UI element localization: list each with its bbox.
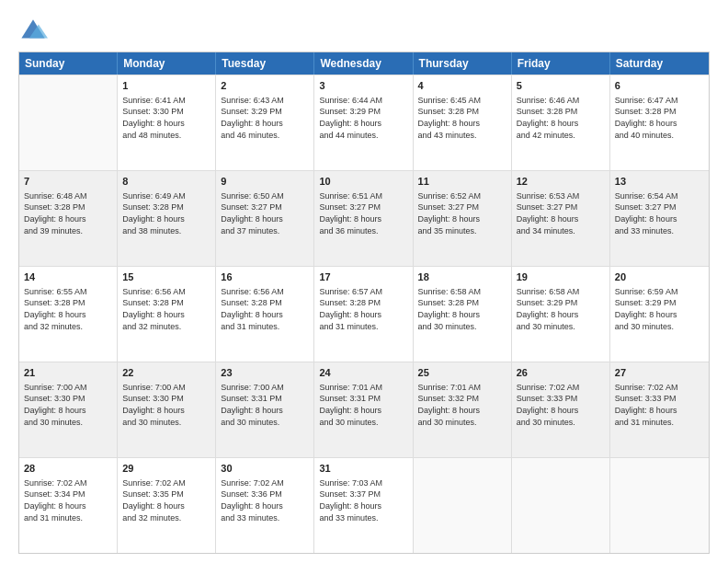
calendar-cell: 20Sunrise: 6:59 AM Sunset: 3:29 PM Dayli… [610,267,709,362]
day-number: 26 [517,366,605,380]
header-day-thursday: Thursday [414,52,512,75]
day-number: 1 [122,79,210,93]
calendar-cell: 6Sunrise: 6:47 AM Sunset: 3:28 PM Daylig… [610,75,709,170]
header-day-saturday: Saturday [610,52,709,75]
day-number: 4 [418,79,506,93]
calendar-row: 28Sunrise: 7:02 AM Sunset: 3:34 PM Dayli… [19,457,709,553]
day-number: 6 [615,79,704,93]
cell-info: Sunrise: 7:00 AM Sunset: 3:30 PM Dayligh… [122,382,210,428]
header-day-sunday: Sunday [19,52,118,75]
cell-info: Sunrise: 6:54 AM Sunset: 3:27 PM Dayligh… [615,190,704,236]
calendar-cell: 22Sunrise: 7:00 AM Sunset: 3:30 PM Dayli… [118,362,216,457]
calendar-cell: 24Sunrise: 7:01 AM Sunset: 3:31 PM Dayli… [314,362,413,457]
calendar-cell: 1Sunrise: 6:41 AM Sunset: 3:30 PM Daylig… [118,75,216,170]
cell-info: Sunrise: 6:43 AM Sunset: 3:29 PM Dayligh… [221,95,309,141]
day-number: 16 [221,270,309,284]
calendar-cell: 21Sunrise: 7:00 AM Sunset: 3:30 PM Dayli… [19,362,118,457]
cell-info: Sunrise: 6:46 AM Sunset: 3:28 PM Dayligh… [517,95,605,141]
calendar-row: 7Sunrise: 6:48 AM Sunset: 3:28 PM Daylig… [19,170,709,266]
day-number: 7 [24,175,112,189]
calendar-cell: 27Sunrise: 7:02 AM Sunset: 3:33 PM Dayli… [610,362,709,457]
calendar-cell: 9Sunrise: 6:50 AM Sunset: 3:27 PM Daylig… [216,171,314,266]
cell-info: Sunrise: 7:02 AM Sunset: 3:36 PM Dayligh… [221,477,309,523]
calendar-cell [512,458,610,553]
cell-info: Sunrise: 6:52 AM Sunset: 3:27 PM Dayligh… [418,190,506,236]
cell-info: Sunrise: 6:44 AM Sunset: 3:29 PM Dayligh… [319,95,407,141]
day-number: 17 [319,270,407,284]
cell-info: Sunrise: 7:03 AM Sunset: 3:37 PM Dayligh… [319,477,407,523]
header-day-tuesday: Tuesday [216,52,314,75]
cell-info: Sunrise: 7:01 AM Sunset: 3:32 PM Dayligh… [418,382,506,428]
calendar-cell: 31Sunrise: 7:03 AM Sunset: 3:37 PM Dayli… [314,458,413,553]
day-number: 5 [517,79,605,93]
cell-info: Sunrise: 6:57 AM Sunset: 3:28 PM Dayligh… [319,286,407,332]
day-number: 29 [122,462,210,476]
day-number: 3 [319,79,407,93]
cell-info: Sunrise: 7:00 AM Sunset: 3:30 PM Dayligh… [24,382,112,428]
calendar-cell: 8Sunrise: 6:49 AM Sunset: 3:28 PM Daylig… [118,171,216,266]
header [18,17,710,46]
day-number: 8 [122,175,210,189]
calendar-cell: 28Sunrise: 7:02 AM Sunset: 3:34 PM Dayli… [19,458,118,553]
day-number: 18 [418,270,506,284]
calendar-cell: 14Sunrise: 6:55 AM Sunset: 3:28 PM Dayli… [19,267,118,362]
cell-info: Sunrise: 6:50 AM Sunset: 3:27 PM Dayligh… [221,190,309,236]
day-number: 30 [221,462,309,476]
calendar-cell: 12Sunrise: 6:53 AM Sunset: 3:27 PM Dayli… [512,171,610,266]
header-day-monday: Monday [118,52,216,75]
calendar-cell: 30Sunrise: 7:02 AM Sunset: 3:36 PM Dayli… [216,458,314,553]
calendar-cell: 19Sunrise: 6:58 AM Sunset: 3:29 PM Dayli… [512,267,610,362]
day-number: 22 [122,366,210,380]
cell-info: Sunrise: 6:58 AM Sunset: 3:29 PM Dayligh… [517,286,605,332]
day-number: 2 [221,79,309,93]
calendar-cell [19,75,118,170]
calendar-cell: 2Sunrise: 6:43 AM Sunset: 3:29 PM Daylig… [216,75,314,170]
calendar-cell: 16Sunrise: 6:56 AM Sunset: 3:28 PM Dayli… [216,267,314,362]
cell-info: Sunrise: 7:01 AM Sunset: 3:31 PM Dayligh… [319,382,407,428]
logo-icon [18,17,48,46]
calendar-cell: 25Sunrise: 7:01 AM Sunset: 3:32 PM Dayli… [414,362,512,457]
calendar-row: 1Sunrise: 6:41 AM Sunset: 3:30 PM Daylig… [19,75,709,170]
day-number: 13 [615,175,704,189]
cell-info: Sunrise: 6:56 AM Sunset: 3:28 PM Dayligh… [221,286,309,332]
cell-info: Sunrise: 7:02 AM Sunset: 3:33 PM Dayligh… [615,382,704,428]
day-number: 28 [24,462,112,476]
calendar-cell [414,458,512,553]
header-day-wednesday: Wednesday [314,52,413,75]
cell-info: Sunrise: 7:02 AM Sunset: 3:35 PM Dayligh… [122,477,210,523]
day-number: 12 [517,175,605,189]
cell-info: Sunrise: 6:59 AM Sunset: 3:29 PM Dayligh… [615,286,704,332]
calendar-cell: 4Sunrise: 6:45 AM Sunset: 3:28 PM Daylig… [414,75,512,170]
day-number: 23 [221,366,309,380]
calendar-cell [610,458,709,553]
day-number: 25 [418,366,506,380]
calendar-cell: 7Sunrise: 6:48 AM Sunset: 3:28 PM Daylig… [19,171,118,266]
calendar-cell: 10Sunrise: 6:51 AM Sunset: 3:27 PM Dayli… [314,171,413,266]
day-number: 10 [319,175,407,189]
calendar-cell: 13Sunrise: 6:54 AM Sunset: 3:27 PM Dayli… [610,171,709,266]
day-number: 27 [615,366,704,380]
cell-info: Sunrise: 6:53 AM Sunset: 3:27 PM Dayligh… [517,190,605,236]
cell-info: Sunrise: 6:49 AM Sunset: 3:28 PM Dayligh… [122,190,210,236]
day-number: 21 [24,366,112,380]
calendar-header: SundayMondayTuesdayWednesdayThursdayFrid… [19,52,709,75]
page: SundayMondayTuesdayWednesdayThursdayFrid… [0,0,728,563]
cell-info: Sunrise: 6:41 AM Sunset: 3:30 PM Dayligh… [122,95,210,141]
cell-info: Sunrise: 7:02 AM Sunset: 3:34 PM Dayligh… [24,477,112,523]
day-number: 14 [24,270,112,284]
day-number: 15 [122,270,210,284]
cell-info: Sunrise: 6:51 AM Sunset: 3:27 PM Dayligh… [319,190,407,236]
logo [18,17,51,46]
cell-info: Sunrise: 7:02 AM Sunset: 3:33 PM Dayligh… [517,382,605,428]
calendar-cell: 3Sunrise: 6:44 AM Sunset: 3:29 PM Daylig… [314,75,413,170]
day-number: 24 [319,366,407,380]
cell-info: Sunrise: 6:58 AM Sunset: 3:28 PM Dayligh… [418,286,506,332]
calendar-cell: 11Sunrise: 6:52 AM Sunset: 3:27 PM Dayli… [414,171,512,266]
day-number: 19 [517,270,605,284]
calendar-cell: 15Sunrise: 6:56 AM Sunset: 3:28 PM Dayli… [118,267,216,362]
calendar-body: 1Sunrise: 6:41 AM Sunset: 3:30 PM Daylig… [19,75,709,553]
cell-info: Sunrise: 6:45 AM Sunset: 3:28 PM Dayligh… [418,95,506,141]
calendar-row: 14Sunrise: 6:55 AM Sunset: 3:28 PM Dayli… [19,266,709,362]
day-number: 31 [319,462,407,476]
calendar-cell: 26Sunrise: 7:02 AM Sunset: 3:33 PM Dayli… [512,362,610,457]
